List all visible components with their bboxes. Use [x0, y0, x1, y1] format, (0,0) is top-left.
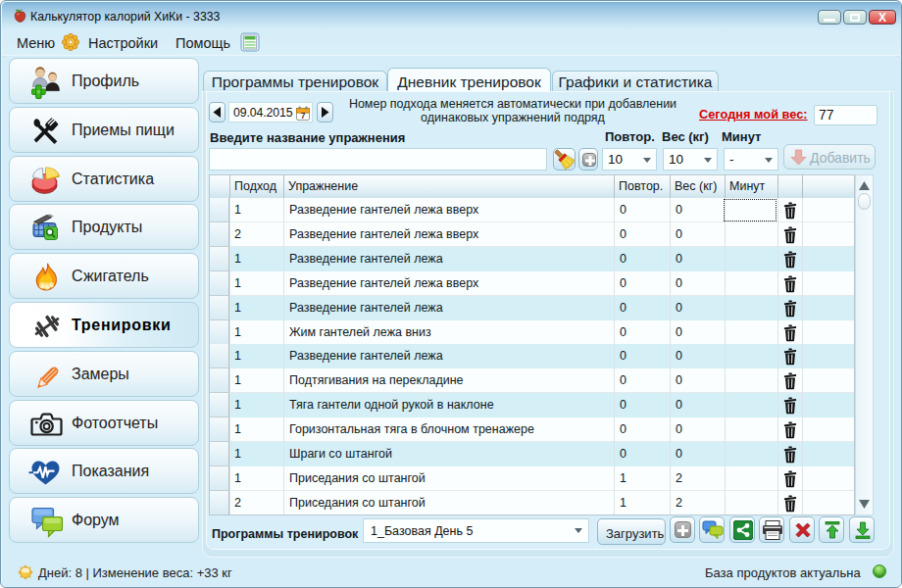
svg-text:7: 7 — [301, 111, 306, 121]
